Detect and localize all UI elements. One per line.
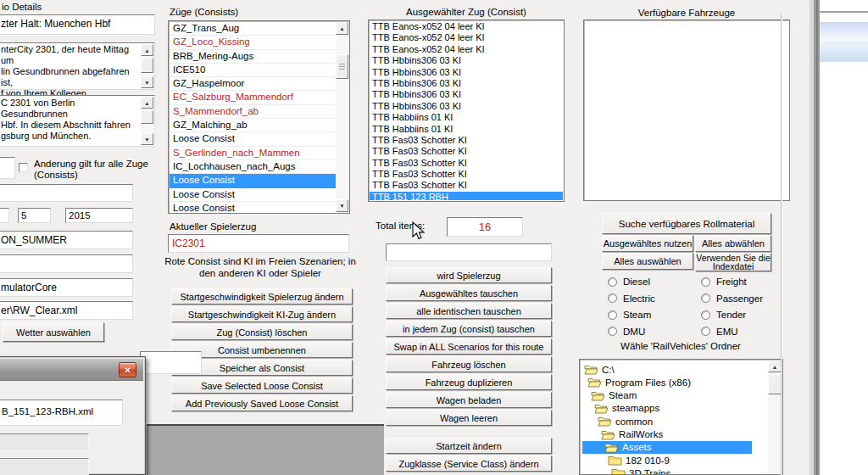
scroll-down-icon[interactable]: ▼ [336,199,348,212]
vehicle-startzeit-ndern-button[interactable]: Startzeit ändern [386,438,552,454]
scrollbar-thumb[interactable] [768,374,782,394]
radio-icon[interactable] [608,327,617,336]
radio-freight[interactable]: Freight [701,277,782,287]
vehicle-alle-identischen-tauschen-button[interactable]: alle identischen tauschen [386,303,552,319]
briefing-textarea[interactable]: nterCity 2301, der heute Mittag um lin G… [0,42,155,90]
tree-item-program-files-x86[interactable]: Program Files (x86) [582,376,691,388]
year-field[interactable]: 2015 [65,208,133,223]
tree-item-182-010-9[interactable]: 182 010-9 [582,454,670,467]
consist-zug-consist-l-schen-button[interactable]: Zug (Consist) löschen [171,324,353,340]
radio-electric[interactable]: Electric [608,293,701,304]
dialog-titlebar[interactable]: ✕ [0,359,143,381]
consist-add-previously-saved-loose-consist-button[interactable]: Add Previously Saved Loose Consist [171,395,353,411]
swap-filter-field[interactable] [386,243,552,261]
radio-icon[interactable] [608,293,617,303]
description-textarea[interactable]: C 2301 von Berlin Gesundbrunnen Hbf. In … [0,95,155,147]
selected-consist-listbox[interactable]: TTB Eanos-x052 04 leer KITTB Eanos-x052 … [368,20,565,202]
radio-icon[interactable] [701,310,710,320]
description-scrollbar[interactable]: ▲ ▼ [141,97,153,145]
dialog-field-2[interactable] [0,433,89,451]
vehicle-fahrzeug-duplizieren-button[interactable]: Fahrzeug duplizieren [386,374,552,390]
vehicle-fahrzeug-l-schen-button[interactable]: Fahrzeug löschen [386,356,552,372]
tree-item-steamapps[interactable]: steamapps [582,402,659,415]
vehicle-swap-in-all-scenarios-for-this-route-button[interactable]: Swap in ALL Scenarios for this route [386,338,552,355]
vehicle-list-item[interactable]: TTB Habbiins 01 KI [370,124,563,135]
radio-icon[interactable] [701,293,710,303]
consist-list-item[interactable]: S_Gerlinden_nach_Mammen [170,147,336,160]
weather-file-field[interactable]: er\RW_Clear.xml [0,301,133,320]
briefing-scrollbar[interactable]: ▲ ▼ [141,44,153,88]
tree-item-steam[interactable]: Steam [582,389,637,402]
consist-list-item[interactable]: IC_Lochhausen_nach_Augs [170,160,336,174]
consist-list-item[interactable]: Loose Consist [170,174,336,187]
current-player-train-field[interactable]: IC2301 [168,234,349,253]
core-field[interactable]: mulatorCore [0,278,133,297]
tree-item-3d-trains[interactable]: 3D Trains [582,467,670,475]
scrollbar-thumb[interactable] [141,110,153,124]
weather-select-button[interactable]: Wetter auswählen [3,322,104,342]
vehicle-list-item[interactable]: TTB Hbbins306 03 KI [370,78,563,89]
available-vehicles-listbox[interactable] [583,20,790,201]
vehicle-list-item[interactable]: TTB Eanos-x052 04 leer KI [370,44,563,55]
consist-list-item[interactable]: Loose Consist [170,202,336,212]
consist-list-item[interactable]: Loose Consist [170,132,336,146]
radio-passenger[interactable]: Passenger [701,293,782,304]
vehicle-list-item[interactable]: TTB Eanos-x052 04 leer KI [370,21,563,32]
vehicle-list-item[interactable]: TTB Hbbins306 03 KI [370,55,563,66]
month-field[interactable]: 5 [18,208,51,223]
vehicle-list-item[interactable]: TTB 151 123 RBH [370,192,563,200]
radio-dmu[interactable]: DMU [608,327,701,337]
consists-scrollbar[interactable]: ▲ ▼ [336,22,348,212]
last-halt-field[interactable]: zter Halt: Muenchen Hbf [0,14,155,35]
use-index-file-button[interactable]: Verwenden Sie die Indexdatei [695,253,771,271]
wide-field[interactable] [0,184,133,202]
radio-icon[interactable] [608,310,617,320]
vehicle-list-item[interactable]: TTB Habbiins 01 KI [370,112,563,123]
vehicle-in-jedem-zug-consist-tauschen-button[interactable]: in jedem Zug (consist) tauschen [386,321,552,337]
scroll-up-icon[interactable]: ▲ [336,22,348,35]
consist-list-item[interactable]: ICE510 [170,64,336,77]
vehicle-wagen-leeren-button[interactable]: Wagen leeren [386,410,552,426]
vehicle-list-item[interactable]: TTB Fas03 Schotter KI [370,169,563,180]
vehicle-ausgew-hltes-tauschen-button[interactable]: Ausgewähltes tauschen [386,285,552,301]
consist-list-item[interactable]: EC_Salzburg_Mammendorf [170,91,336,104]
radio-steam[interactable]: Steam [608,310,701,320]
radio-icon[interactable] [701,327,710,336]
scroll-up-icon[interactable]: ▲ [141,44,153,56]
vehicle-list-item[interactable]: TTB Fas03 Schotter KI [370,180,563,191]
consist-startgeschwindigkeit-spielerzug-ndern-button[interactable]: Startgeschwindigkeit Spielerzug ändern [171,288,353,305]
scroll-up-icon[interactable]: ▲ [768,360,782,372]
use-selected-button[interactable]: Ausgewähltes nutzen [602,235,693,252]
radio-diesel[interactable]: Diesel [608,277,701,287]
close-icon[interactable]: ✕ [119,362,136,377]
vehicle-zugklasse-service-class-ndern-button[interactable]: Zugklasse (Service Class) ändern [386,455,552,472]
vehicle-wird-spielerzug-button[interactable]: wird Spielerzug [386,267,552,283]
consist-list-item[interactable]: GZ_Loco_Kissing [170,36,336,49]
scroll-up-icon[interactable]: ▲ [141,97,153,109]
consist-save-selected-loose-consist-button[interactable]: Save Selected Loose Consist [171,377,353,394]
radio-tender[interactable]: Tender [701,310,782,320]
tree-item-assets[interactable]: Assets [582,441,752,454]
small-field-1[interactable] [0,157,15,179]
dialog-field-3[interactable] [0,458,89,475]
search-rolling-stock-button[interactable]: Suche verfügbares Rollmaterial [602,213,771,234]
vehicle-list-item[interactable]: TTB Hbbins306 03 KI [370,67,563,78]
consist-filename-field[interactable]: B_151_123-RBH.xml [0,400,123,426]
radio-emu[interactable]: EMU [701,327,782,337]
small-field-2[interactable] [0,208,9,223]
vehicle-list-item[interactable]: TTB Fas03 Schotter KI [370,158,563,169]
scrollbar-thumb[interactable] [336,54,348,79]
vehicle-list-item[interactable]: TTB Eanos-x052 04 leer KI [370,32,563,43]
scrollbar-thumb[interactable] [141,58,153,73]
select-all-button[interactable]: Alles auswählen [602,253,693,270]
vehicle-list-item[interactable]: TTB Fas03 Schotter KI [370,135,563,146]
consists-listbox[interactable]: GZ_Trans_AugGZ_Loco_KissingBRB_Mering-Au… [168,20,350,214]
partially-hidden-field[interactable] [140,351,202,374]
vehicle-list-item[interactable]: TTB Hbbins306 03 KI [370,101,563,112]
radio-icon[interactable] [608,277,617,287]
tree-scrollbar[interactable]: ▲ [768,360,782,473]
folder-tree[interactable]: C:\Program Files (x86)Steamsteamappscomm… [579,359,783,475]
tree-item-railworks[interactable]: RailWorks [582,428,663,441]
radio-icon[interactable] [701,277,710,287]
consist-list-item[interactable]: BRB_Mering-Augs [170,50,336,64]
